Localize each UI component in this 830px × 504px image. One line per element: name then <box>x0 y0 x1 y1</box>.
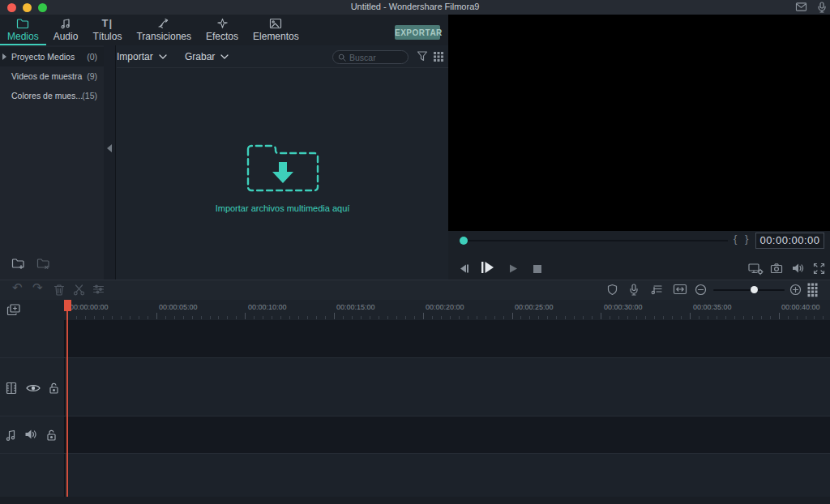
sidebar-item-label: Videos de muestra <box>11 71 82 81</box>
search-input[interactable] <box>349 53 398 62</box>
undo-icon[interactable]: ↶ <box>12 281 23 294</box>
preview-controls-bar: { } 00:00:00:00 <box>448 231 830 280</box>
stop-button[interactable] <box>533 263 542 277</box>
lock-track-icon[interactable] <box>46 429 57 443</box>
import-label: Importar <box>117 51 153 62</box>
audio-track-controls <box>5 429 57 443</box>
titles-icon: T| <box>102 17 113 29</box>
fullscreen-icon[interactable] <box>813 263 825 275</box>
music-note-icon <box>60 17 71 29</box>
sidebar-item-proyecto-medios[interactable]: Proyecto Medios (0) <box>0 47 104 66</box>
chevron-right-icon <box>2 53 6 60</box>
audio-track-lane[interactable] <box>65 416 830 453</box>
ruler-label: 00:00:15:00 <box>336 303 375 311</box>
ruler-label: 00:00:10:00 <box>248 303 287 311</box>
tab-label: Medios <box>7 31 39 42</box>
redo-icon[interactable]: ↷ <box>32 281 43 294</box>
tab-titulos[interactable]: T| Títulos <box>85 15 129 45</box>
media-sidebar: Proyecto Medios (0) Videos de muestra (9… <box>0 45 104 280</box>
record-voiceover-mic-icon[interactable] <box>629 284 639 296</box>
timeline-zoom-slider[interactable] <box>713 289 785 291</box>
timecode-display: 00:00:00:00 <box>755 233 824 249</box>
previous-frame-button[interactable] <box>458 263 470 277</box>
playhead-handle[interactable] <box>64 300 71 311</box>
tab-medios[interactable]: Medios <box>0 15 46 45</box>
record-label: Grabar <box>185 51 215 62</box>
title-bar: Untitled - Wondershare Filmora9 <box>0 0 830 15</box>
display-settings-icon[interactable] <box>748 263 764 275</box>
delete-folder-icon[interactable] <box>36 258 50 270</box>
chevron-down-icon <box>159 54 167 59</box>
effects-star-icon <box>216 17 229 29</box>
audio-mixer-icon[interactable] <box>650 284 662 295</box>
sidebar-item-colores-muestra[interactable]: Colores de mues... (15) <box>0 86 104 105</box>
mark-out-button[interactable]: } <box>745 233 748 245</box>
zoom-to-fit-icon[interactable] <box>673 284 687 295</box>
record-dropdown[interactable]: Grabar <box>185 45 229 68</box>
ruler-label: 00:00:05:00 <box>159 303 198 311</box>
sidebar-item-label: Colores de mues... <box>11 91 83 100</box>
sidebar-collapse-strip[interactable] <box>104 45 116 280</box>
mute-track-speaker-icon[interactable] <box>24 429 38 443</box>
search-icon <box>338 53 346 62</box>
scrubber-handle[interactable] <box>460 237 468 245</box>
folder-icon <box>16 17 29 29</box>
import-dropdown[interactable]: Importar <box>117 45 167 68</box>
ruler-label: 00:00:20:00 <box>426 303 464 311</box>
track-manager-grid-icon[interactable] <box>807 283 818 301</box>
tab-elementos[interactable]: Elementos <box>246 15 306 45</box>
timeline-footer-strip <box>0 497 830 504</box>
ruler-label: 00:00:00:00 <box>70 303 109 311</box>
snapshot-camera-icon[interactable] <box>770 263 783 274</box>
volume-icon[interactable] <box>792 263 805 277</box>
add-track-icon[interactable] <box>6 303 21 317</box>
mark-in-button[interactable]: { <box>734 233 737 245</box>
timeline-lane-lower[interactable] <box>65 453 830 497</box>
timeline-toolbar: ↶ ↷ <box>0 280 830 300</box>
zoom-slider-handle[interactable] <box>751 286 758 293</box>
lock-track-icon[interactable] <box>49 382 59 396</box>
library-tab-bar: Medios Audio T| Títulos Transiciones Efe… <box>0 15 448 45</box>
video-preview-screen[interactable] <box>448 15 830 231</box>
item-count: (9) <box>87 66 97 86</box>
timeline-ruler[interactable]: 00:00:00:00 00:00:05:00 00:00:10:00 00:0… <box>0 300 830 320</box>
play-button[interactable] <box>481 261 494 277</box>
export-button[interactable]: EXPORTAR <box>395 25 440 40</box>
sidebar-item-videos-muestra[interactable]: Videos de muestra (9) <box>0 66 104 86</box>
action-cam-shield-icon[interactable] <box>607 284 618 296</box>
import-folder-icon <box>246 141 320 193</box>
zoom-in-icon[interactable] <box>789 284 802 296</box>
tab-label: Títulos <box>92 31 122 42</box>
zoom-out-icon[interactable] <box>695 284 707 296</box>
import-drop-zone[interactable]: Importar archivos multimedia aquí <box>117 141 448 213</box>
tab-audio[interactable]: Audio <box>46 15 86 45</box>
split-scissors-icon[interactable] <box>73 284 85 296</box>
next-frame-button[interactable] <box>508 263 520 277</box>
video-track-lane[interactable] <box>65 357 830 416</box>
tab-efectos[interactable]: Efectos <box>199 15 246 45</box>
voiceover-mic-icon[interactable] <box>817 2 827 13</box>
advanced-edit-sliders-icon[interactable] <box>92 284 105 295</box>
timeline-lane-upper[interactable] <box>65 320 830 357</box>
playhead-line <box>66 300 68 497</box>
toggle-track-visibility-eye-icon[interactable] <box>26 382 41 396</box>
import-hint-text: Importar archivos multimedia aquí <box>117 203 448 213</box>
tab-label: Elementos <box>253 31 299 42</box>
tab-label: Audio <box>53 31 79 42</box>
elements-image-icon <box>269 17 282 29</box>
scrubber-track[interactable] <box>468 240 728 241</box>
transition-icon <box>157 17 170 29</box>
filter-funnel-icon[interactable] <box>417 50 428 62</box>
track-header-column <box>0 320 65 497</box>
delete-trash-icon[interactable] <box>53 284 65 296</box>
new-folder-icon[interactable] <box>11 258 25 270</box>
tab-transiciones[interactable]: Transiciones <box>129 15 199 45</box>
video-track-controls <box>5 382 59 396</box>
view-grid-icon[interactable] <box>433 51 444 66</box>
ruler-label: 00:00:25:00 <box>515 303 554 311</box>
feedback-email-icon[interactable] <box>795 2 807 13</box>
search-box[interactable] <box>332 50 409 64</box>
ruler-label: 00:00:30:00 <box>604 303 643 311</box>
ruler-major-ticks <box>67 313 830 319</box>
item-count: (15) <box>82 86 97 105</box>
